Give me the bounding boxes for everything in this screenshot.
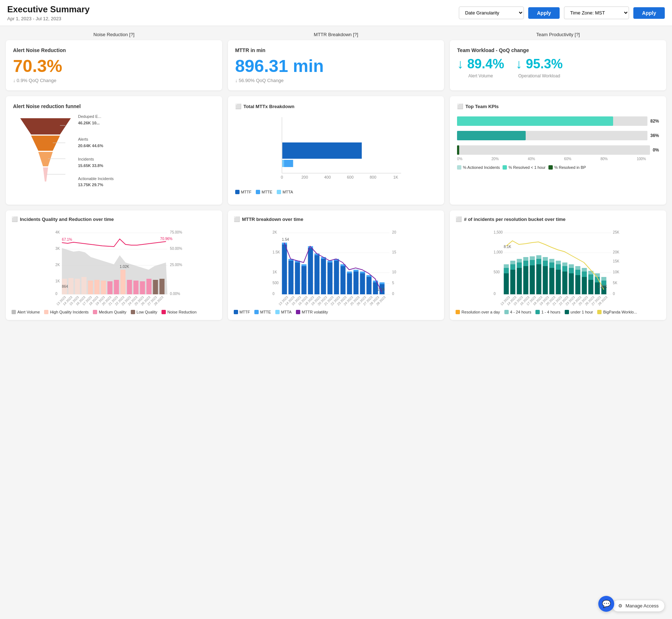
main-content: Noise Reduction [?] MTTR Breakdown [?] T… <box>0 26 672 326</box>
svg-rect-170 <box>537 259 542 264</box>
legend-medium-quality: Medium Quality <box>93 310 126 314</box>
mttr-breakdown-chart: 0 200 400 600 800 1K <box>235 114 437 186</box>
svg-rect-162 <box>589 280 594 294</box>
incidents-quality-legend: Alert Volume High Quality Incidents Medi… <box>12 310 216 314</box>
incidents-quality-card: ⬜ Incidents Quality and Reduction over t… <box>6 210 222 320</box>
kpi-bars-area: 82% 36% 0% 0% <box>457 114 659 162</box>
date-granularity-select[interactable]: Date Granularity Daily Weekly <box>459 7 524 19</box>
svg-text:0: 0 <box>272 292 275 296</box>
kpi-bar-row-3: 0% <box>457 145 659 155</box>
svg-rect-157 <box>556 270 561 294</box>
svg-text:70.96%: 70.96% <box>160 237 172 241</box>
svg-rect-156 <box>550 268 555 294</box>
svg-rect-99 <box>373 282 378 294</box>
mttr-breakdown-card: ⬜ Total MTTx Breakdown 0 200 400 600 800… <box>228 96 444 205</box>
kpi-bar-row-1: 82% <box>457 116 659 126</box>
alert-noise-change: ↓ 0.9% QoQ Change <box>13 78 215 83</box>
apply-button-2[interactable]: Apply <box>633 7 665 19</box>
chart-icon: ⬜ <box>235 103 241 109</box>
svg-text:400: 400 <box>324 175 331 179</box>
alert-volume-value: ↓ 89.4% <box>457 57 504 71</box>
date-range: Apr 1, 2023 - Jul 12, 2023 <box>7 16 453 21</box>
svg-rect-154 <box>537 264 542 294</box>
svg-rect-86 <box>288 261 293 294</box>
svg-text:1.02K: 1.02K <box>120 265 129 269</box>
funnel-label-4: Actionable Incidents13.75K 29.7% <box>78 176 113 188</box>
funnel-labels: Deduped E...46.26K 10... Alerts20.64K 44… <box>78 114 113 188</box>
svg-rect-171 <box>543 261 548 266</box>
svg-rect-40 <box>101 281 106 294</box>
svg-rect-18 <box>282 160 284 167</box>
svg-text:864: 864 <box>62 285 68 289</box>
svg-text:25K: 25K <box>613 230 620 234</box>
mttr-overtime-legend: MTTF MTTE MTTA MTTR volatility <box>234 310 439 314</box>
kpi-bar-fill-2 <box>457 131 526 140</box>
legend-noise-reduction: Noise Reduction <box>161 310 197 314</box>
legend-mttf: MTTF <box>235 190 251 194</box>
svg-rect-16 <box>282 142 362 159</box>
team-workload-card: Team Workload - QoQ change ↓ 89.4% Alert… <box>450 40 666 90</box>
apply-button-1[interactable]: Apply <box>528 7 560 19</box>
operational-metric: ↓ 95.3% Operational Workload <box>516 57 563 78</box>
legend-resolved-bp: % Resolved in BP <box>548 165 586 170</box>
svg-text:1K: 1K <box>393 175 398 179</box>
svg-text:0: 0 <box>494 292 496 296</box>
svg-rect-113 <box>360 272 365 273</box>
mtte-dot <box>256 190 260 194</box>
incidents-quality-title: ⬜ Incidents Quality and Reduction over t… <box>12 216 216 222</box>
funnel-chart <box>13 115 78 187</box>
svg-text:1K: 1K <box>272 270 277 274</box>
svg-rect-150 <box>511 270 516 294</box>
svg-rect-182 <box>511 261 516 264</box>
funnel-inner: Deduped E...46.26K 10... Alerts20.64K 44… <box>13 114 215 188</box>
legend-mtta: MTTA <box>277 190 293 194</box>
svg-rect-193 <box>582 268 587 272</box>
page-header: Executive Summary Apr 1, 2023 - Jul 12, … <box>0 0 672 26</box>
alert-volume-label: Alert Volume <box>457 73 504 78</box>
svg-rect-46 <box>140 281 145 294</box>
svg-text:3K: 3K <box>55 247 60 251</box>
svg-rect-45 <box>133 281 138 294</box>
kpi-bar-label-2: 36% <box>650 133 659 138</box>
mttr-breakdown-header: MTTR Breakdown [?] <box>228 32 444 37</box>
svg-text:25.00%: 25.00% <box>170 263 182 267</box>
svg-rect-169 <box>530 260 535 265</box>
team-productivity-help[interactable]: [?] <box>575 32 580 37</box>
legend-1-4h: 1 - 4 hours <box>535 310 560 314</box>
mttr-overtime-chart: 2K 1.5K 1K 500 0 20 15 10 5 0 <box>234 226 439 306</box>
svg-text:0: 0 <box>281 175 283 179</box>
mttr-help[interactable]: [?] <box>353 32 358 37</box>
svg-rect-98 <box>366 277 371 294</box>
svg-rect-173 <box>556 264 561 270</box>
legend-over-day: Resolution over a day <box>456 310 500 314</box>
timezone-select[interactable]: Time Zone: MST Time Zone: UTC Time Zone:… <box>564 7 629 19</box>
svg-text:600: 600 <box>347 175 353 179</box>
svg-rect-176 <box>576 270 581 275</box>
header-controls: Date Granularity Daily Weekly Apply Time… <box>459 7 665 19</box>
svg-rect-89 <box>308 248 313 294</box>
svg-marker-1 <box>31 136 60 151</box>
svg-rect-184 <box>524 257 529 261</box>
svg-text:500: 500 <box>494 270 500 274</box>
svg-text:0: 0 <box>392 292 394 296</box>
svg-text:10: 10 <box>392 270 396 274</box>
svg-rect-167 <box>517 262 522 268</box>
svg-rect-187 <box>543 257 548 261</box>
svg-rect-85 <box>282 244 287 294</box>
svg-text:500: 500 <box>272 281 279 285</box>
svg-rect-112 <box>353 270 358 272</box>
svg-text:2.18: 2.18 <box>378 287 385 291</box>
svg-rect-96 <box>353 272 358 294</box>
svg-rect-155 <box>543 266 548 294</box>
svg-text:2K: 2K <box>272 230 277 234</box>
funnel-label-3: Incidents15.65K 33.8% <box>78 156 113 169</box>
svg-rect-92 <box>327 262 332 294</box>
svg-rect-183 <box>517 259 522 262</box>
legend-mtte-ot: MTTE <box>254 310 271 314</box>
svg-rect-175 <box>569 268 574 273</box>
svg-rect-192 <box>576 266 581 270</box>
svg-rect-190 <box>563 262 568 266</box>
noise-reduction-help[interactable]: [?] <box>129 32 134 37</box>
section-headers: Noise Reduction [?] MTTR Breakdown [?] T… <box>6 32 666 37</box>
funnel-title: Alert Noise reduction funnel <box>13 103 215 109</box>
